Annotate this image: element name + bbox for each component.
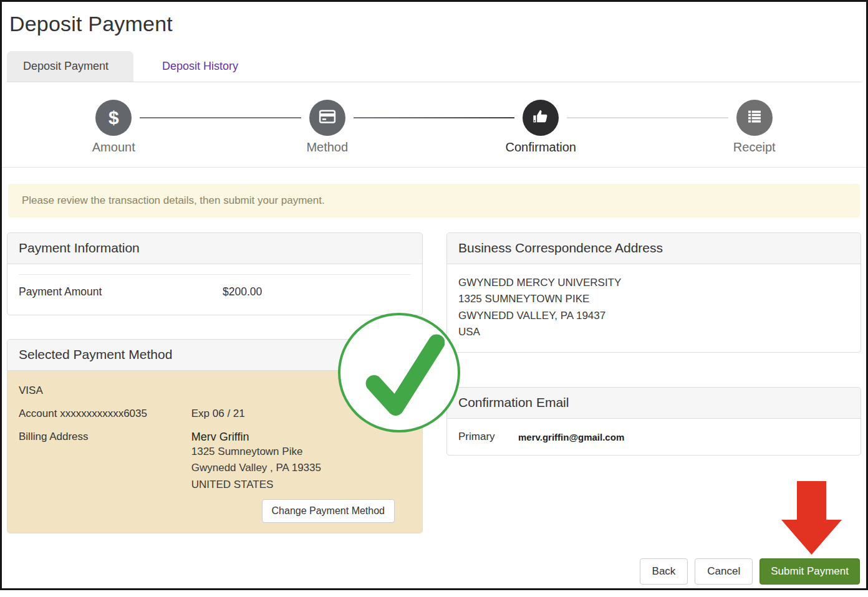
payment-stepper: $ Amount Method — [7, 82, 861, 161]
payment-amount-value: $200.00 — [223, 285, 262, 298]
green-check-icon — [338, 313, 460, 432]
step-receipt-circle — [736, 100, 773, 136]
business-address-body: GWYNEDD MERCY UNIVERSITY 1325 SUMNEYTOWN… — [447, 264, 861, 352]
account-masked-number: Account xxxxxxxxxxxx6035 — [19, 408, 191, 420]
billing-address-block: Merv Griffin 1325 Sumneytown Pike Gwyned… — [191, 431, 321, 493]
step-amount: $ Amount — [7, 100, 221, 155]
step-confirmation-label: Confirmation — [506, 140, 576, 155]
business-address-heading: Business Correspondence Address — [447, 233, 861, 264]
dollar-icon: $ — [109, 108, 119, 127]
credit-card-icon — [318, 107, 337, 128]
business-address-line: GWYNEDD MERCY UNIVERSITY — [458, 275, 849, 291]
step-receipt: Receipt — [648, 100, 862, 155]
confirmation-email-address: merv.griffin@gmail.com — [518, 432, 624, 442]
page-title: Deposit Payment — [9, 12, 861, 36]
billing-city-line: Gwynedd Valley , PA 19335 — [191, 460, 321, 476]
step-confirmation: Confirmation — [434, 100, 648, 155]
thumbs-up-icon — [532, 108, 549, 128]
review-alert-text: Please review the transaction details, t… — [22, 194, 325, 206]
payment-information-panel: Payment Information Payment Amount $200.… — [7, 232, 423, 315]
business-address-line: GWYNEDD VALLEY, PA 19437 — [458, 308, 849, 324]
step-method-label: Method — [306, 140, 348, 155]
step-amount-circle: $ — [95, 100, 132, 136]
payment-amount-row: Payment Amount $200.00 — [19, 274, 411, 313]
business-address-panel: Business Correspondence Address GWYNEDD … — [446, 232, 861, 353]
email-type-label: Primary — [458, 431, 518, 443]
change-payment-method-button[interactable]: Change Payment Method — [262, 499, 395, 523]
right-column: Business Correspondence Address GWYNEDD … — [446, 232, 861, 456]
submit-payment-button[interactable]: Submit Payment — [760, 558, 860, 585]
step-amount-label: Amount — [92, 140, 135, 155]
confirmation-email-panel: Confirmation Email Primary merv.griffin@… — [446, 387, 861, 456]
cancel-button[interactable]: Cancel — [695, 558, 753, 585]
stepper-connector-3 — [567, 117, 728, 118]
stepper-connector-1 — [140, 117, 301, 118]
receipt-list-icon — [746, 108, 763, 128]
business-address-line: USA — [458, 324, 849, 340]
tab-deposit-payment[interactable]: Deposit Payment — [7, 51, 133, 82]
tab-bar: Deposit Payment Deposit History — [7, 51, 861, 82]
payment-method-actions: Change Payment Method — [19, 499, 411, 523]
confirmation-email-body: Primary merv.griffin@gmail.com — [447, 419, 861, 455]
review-alert: Please review the transaction details, t… — [8, 184, 860, 217]
billing-name: Merv Griffin — [191, 431, 321, 444]
step-confirmation-circle — [523, 100, 559, 136]
tab-deposit-history[interactable]: Deposit History — [146, 51, 254, 82]
payment-information-body: Payment Amount $200.00 — [7, 264, 422, 315]
step-receipt-label: Receipt — [733, 140, 776, 155]
page-content: Deposit Payment Deposit Payment Deposit … — [2, 2, 866, 588]
stepper-divider — [2, 167, 866, 168]
back-button[interactable]: Back — [640, 558, 688, 585]
step-method: Method — [221, 100, 435, 155]
billing-address-row: Billing Address Merv Griffin 1325 Sumney… — [19, 431, 411, 493]
payment-information-heading: Payment Information — [7, 233, 422, 264]
billing-address-label: Billing Address — [19, 431, 191, 443]
page-frame: Deposit Payment Deposit Payment Deposit … — [0, 0, 868, 590]
confirmation-email-heading: Confirmation Email — [447, 388, 861, 419]
payment-amount-label: Payment Amount — [19, 285, 223, 298]
billing-country: UNITED STATES — [191, 477, 321, 493]
billing-street: 1325 Sumneytown Pike — [191, 444, 321, 460]
red-down-arrow-icon — [781, 481, 842, 555]
business-address-line: 1325 SUMNEYTOWN PIKE — [458, 291, 849, 307]
step-method-circle — [309, 100, 345, 136]
stepper-connector-2 — [354, 117, 515, 118]
footer-actions: Back Cancel Submit Payment — [640, 558, 860, 585]
card-expiration: Exp 06 / 21 — [191, 408, 245, 420]
